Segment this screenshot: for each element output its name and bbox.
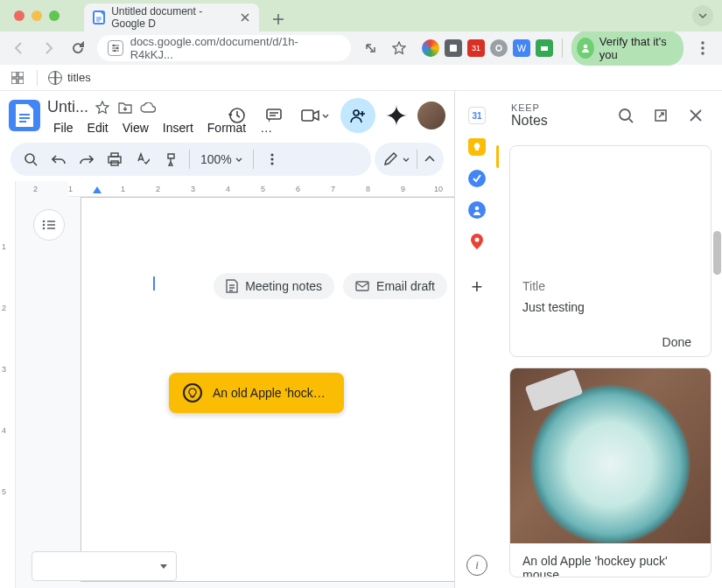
verify-identity-button[interactable]: Verify that it's you xyxy=(571,31,684,66)
keep-close-icon[interactable] xyxy=(682,102,710,130)
zoom-selector[interactable]: 100% xyxy=(195,152,248,166)
add-addon-button[interactable]: + xyxy=(463,273,491,301)
extension-icon[interactable] xyxy=(490,39,508,57)
bookmark-star-icon[interactable] xyxy=(389,36,410,60)
editing-mode-selector[interactable] xyxy=(375,143,444,176)
suggestion-chip-meeting-notes[interactable]: Meeting notes xyxy=(214,273,334,299)
paint-format-icon[interactable] xyxy=(158,146,184,172)
url-text: docs.google.com/document/d/1h-R4kKJ... xyxy=(130,35,340,61)
chrome-expand-icon[interactable] xyxy=(692,5,713,26)
move-folder-icon[interactable] xyxy=(116,99,134,116)
star-icon[interactable] xyxy=(94,99,111,116)
meet-button[interactable] xyxy=(295,100,335,131)
extension-icon[interactable] xyxy=(445,39,462,57)
extension-icons: 31 W xyxy=(422,39,553,57)
keep-rail-icon[interactable] xyxy=(468,138,486,156)
extension-icon[interactable]: W xyxy=(513,39,530,57)
tasks-rail-icon[interactable] xyxy=(468,170,486,187)
window-minimize-button[interactable] xyxy=(32,10,42,21)
svg-rect-11 xyxy=(18,72,24,77)
contacts-rail-icon[interactable] xyxy=(468,201,486,219)
toolbar: 100% xyxy=(0,137,454,181)
keep-open-external-icon[interactable] xyxy=(647,102,675,130)
svg-point-26 xyxy=(43,224,46,227)
window-maximize-button[interactable] xyxy=(49,10,60,21)
gemini-icon[interactable] xyxy=(381,100,412,131)
docs-app: Unti... File Edit View Insert Format … xyxy=(0,91,455,588)
text-cursor xyxy=(153,276,155,290)
divider xyxy=(189,150,190,169)
document-canvas[interactable]: 2 1 1 2 3 4 5 6 7 8 9 10 1 xyxy=(16,181,454,588)
menu-edit[interactable]: Edit xyxy=(81,118,115,137)
tab-close-icon[interactable] xyxy=(240,11,250,24)
account-avatar[interactable] xyxy=(417,102,445,130)
site-settings-icon[interactable] xyxy=(108,40,123,56)
apps-grid-icon[interactable] xyxy=(9,69,26,87)
svg-point-1 xyxy=(116,47,117,49)
document-icon xyxy=(226,279,238,293)
document-page[interactable]: Meeting notes Email draft An old Apple '… xyxy=(81,197,454,582)
toolbar-more-icon[interactable] xyxy=(259,146,285,172)
forward-button[interactable] xyxy=(39,36,60,60)
docs-logo-icon[interactable] xyxy=(9,100,40,131)
indent-marker-icon[interactable] xyxy=(93,186,102,193)
window-controls xyxy=(7,10,67,21)
info-button[interactable]: i xyxy=(466,555,487,576)
redo-icon[interactable] xyxy=(74,146,100,172)
menu-insert[interactable]: Insert xyxy=(157,118,200,137)
svg-point-2 xyxy=(113,50,115,52)
horizontal-ruler[interactable]: 2 1 1 2 3 4 5 6 7 8 9 10 1 xyxy=(68,181,454,197)
keep-panel-suptitle: KEEP xyxy=(511,102,605,113)
extension-icon[interactable] xyxy=(422,39,439,57)
keep-search-icon[interactable] xyxy=(612,102,640,130)
menu-view[interactable]: View xyxy=(116,118,155,137)
verify-identity-icon xyxy=(577,38,594,59)
scrollbar[interactable] xyxy=(713,231,721,275)
search-menus-icon[interactable] xyxy=(18,146,44,172)
extension-icon[interactable]: 31 xyxy=(467,39,485,57)
share-button[interactable] xyxy=(340,98,375,133)
spellcheck-icon[interactable] xyxy=(130,146,156,172)
bulb-icon xyxy=(183,383,202,402)
omnibox[interactable]: docs.google.com/document/d/1h-R4kKJ... xyxy=(97,35,351,61)
keep-done-button[interactable]: Done xyxy=(654,330,700,354)
calendar-rail-icon[interactable]: 31 xyxy=(468,107,486,124)
keep-preview-tooltip: An old Apple 'hockey … xyxy=(169,373,344,413)
print-icon[interactable] xyxy=(102,146,128,172)
keep-note-card[interactable]: An old Apple 'hockey puck' mouse xyxy=(509,368,711,578)
browser-tab-active[interactable]: Untitled document - Google D xyxy=(84,4,259,32)
keep-panel: KEEP Notes Just testing Done An old Appl… xyxy=(499,91,722,588)
keep-note-body[interactable]: Just testing xyxy=(522,300,698,314)
outline-toggle-button[interactable] xyxy=(33,209,65,241)
undo-icon[interactable] xyxy=(46,146,72,172)
style-selector[interactable] xyxy=(32,551,177,581)
history-icon[interactable] xyxy=(221,100,253,131)
keep-compose-card[interactable]: Just testing Done xyxy=(509,145,711,357)
maps-rail-icon[interactable] xyxy=(468,233,486,250)
keep-note-caption: An old Apple 'hockey puck' mouse xyxy=(510,543,711,578)
collapse-up-icon[interactable] xyxy=(424,156,435,163)
window-close-button[interactable] xyxy=(14,10,25,21)
comments-icon[interactable] xyxy=(258,100,290,131)
email-icon xyxy=(355,281,369,291)
back-button[interactable] xyxy=(9,36,30,60)
cloud-status-icon[interactable] xyxy=(139,99,157,116)
svg-point-17 xyxy=(354,110,359,116)
suggestion-chip-email-draft[interactable]: Email draft xyxy=(343,273,447,299)
svg-point-9 xyxy=(702,52,704,54)
dropdown-caret-icon xyxy=(160,564,167,569)
keep-note-title-input[interactable] xyxy=(522,279,698,293)
bookmark-label: titles xyxy=(67,71,91,84)
doc-title[interactable]: Unti... xyxy=(47,98,88,116)
chrome-menu-button[interactable] xyxy=(692,36,713,60)
extension-icon[interactable] xyxy=(536,39,553,57)
bookmark-item[interactable]: titles xyxy=(48,71,91,85)
svg-point-7 xyxy=(702,41,704,44)
reload-button[interactable] xyxy=(67,36,88,60)
open-external-icon[interactable] xyxy=(360,36,381,60)
menu-file[interactable]: File xyxy=(47,118,80,137)
svg-point-27 xyxy=(43,228,46,230)
svg-point-29 xyxy=(475,206,480,211)
divider xyxy=(417,150,417,169)
new-tab-button[interactable] xyxy=(266,7,291,32)
